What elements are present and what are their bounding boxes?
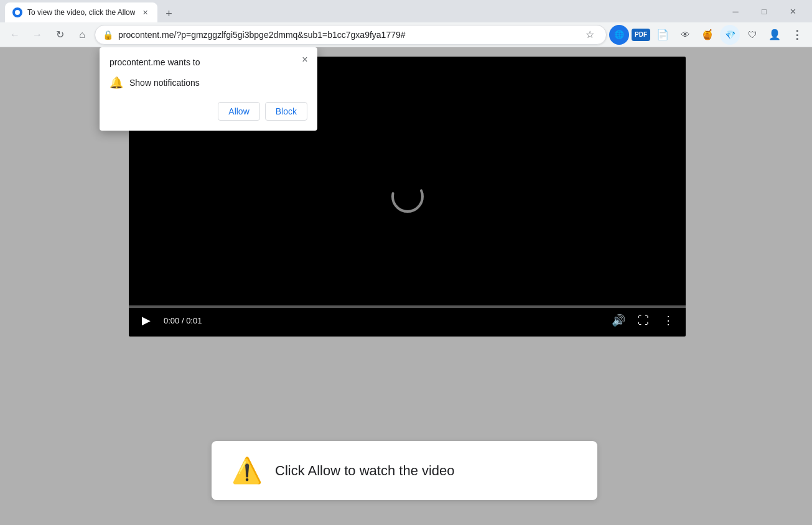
- chrome-menu-button[interactable]: ⋮: [787, 25, 807, 45]
- active-tab[interactable]: To view the video, click the Allow ✕: [5, 2, 157, 22]
- profile-icon[interactable]: 👤: [765, 25, 785, 45]
- fullscreen-button[interactable]: ⛶: [633, 310, 653, 330]
- bookmark-icon[interactable]: ☆: [581, 26, 599, 44]
- minimize-button[interactable]: ─: [721, 0, 750, 22]
- tab-strip: To view the video, click the Allow ✕ +: [5, 0, 716, 22]
- window-controls: ─ □ ✕: [721, 0, 807, 22]
- blue-extension-icon[interactable]: 💎: [720, 25, 740, 45]
- mute-button[interactable]: 🔊: [609, 310, 628, 330]
- eye-extension-icon[interactable]: 👁: [675, 25, 695, 45]
- pdf-extension-icon[interactable]: PDF: [632, 29, 650, 41]
- lock-icon: 🔒: [103, 30, 113, 40]
- notification-permission-popup: × procontent.me wants to 🔔 Show notifica…: [100, 47, 317, 131]
- url-text: procontent.me/?p=gmzggzlfgi5gi3bpge2dmmq…: [118, 30, 576, 40]
- svg-point-0: [15, 10, 20, 15]
- popup-close-button[interactable]: ×: [299, 53, 311, 66]
- block-button[interactable]: Block: [265, 102, 307, 121]
- play-button[interactable]: ▶: [136, 310, 156, 330]
- tab-close-button[interactable]: ✕: [140, 7, 150, 17]
- video-progress-bar[interactable]: [129, 305, 686, 308]
- controls-row: ▶ 0:00 / 0:01 🔊 ⛶ ⋮: [129, 308, 686, 333]
- address-bar[interactable]: 🔒 procontent.me/?p=gmzggzlfgi5gi3bpge2dm…: [95, 25, 607, 45]
- close-button[interactable]: ✕: [778, 0, 807, 22]
- title-bar: To view the video, click the Allow ✕ + ─…: [0, 0, 812, 22]
- tab-favicon: [12, 7, 22, 17]
- toolbar-extension-icons: 🌐 PDF 📄 👁 🍯 💎 🛡 👤 ⋮: [609, 25, 807, 45]
- time-display: 0:00 / 0:01: [164, 316, 202, 325]
- popup-button-group: Allow Block: [110, 102, 307, 121]
- warning-text: Click Allow to watch the video: [275, 463, 455, 479]
- chrome-window: To view the video, click the Allow ✕ + ─…: [0, 0, 812, 525]
- home-button[interactable]: ⌂: [72, 25, 92, 45]
- popup-permission-row: 🔔 Show notifications: [110, 76, 307, 90]
- bell-icon: 🔔: [110, 76, 123, 90]
- browser-toolbar: ← → ↻ ⌂ 🔒 procontent.me/?p=gmzggzlfgi5gi…: [0, 22, 812, 47]
- forward-button[interactable]: →: [27, 25, 47, 45]
- reload-button[interactable]: ↻: [50, 25, 70, 45]
- file-extension-icon[interactable]: 📄: [653, 25, 673, 45]
- warning-box: ⚠️ Click Allow to watch the video: [212, 441, 597, 500]
- privacy-extension-icon[interactable]: 🛡: [742, 25, 762, 45]
- back-button[interactable]: ←: [5, 25, 25, 45]
- svg-point-1: [393, 182, 422, 211]
- loading-spinner: [389, 178, 426, 215]
- globe-extension-icon[interactable]: 🌐: [609, 25, 629, 45]
- warning-icon: ⚠️: [231, 456, 263, 485]
- permission-text: Show notifications: [129, 78, 200, 88]
- tab-title: To view the video, click the Allow: [27, 8, 135, 17]
- more-options-button[interactable]: ⋮: [658, 310, 678, 330]
- honey-extension-icon[interactable]: 🍯: [698, 25, 717, 45]
- maximize-button[interactable]: □: [750, 0, 778, 22]
- video-controls: ▶ 0:00 / 0:01 🔊 ⛶ ⋮: [129, 305, 686, 337]
- popup-title: procontent.me wants to: [110, 57, 307, 67]
- allow-button[interactable]: Allow: [218, 102, 259, 121]
- page-content: × procontent.me wants to 🔔 Show notifica…: [0, 47, 812, 525]
- new-tab-button[interactable]: +: [160, 5, 177, 22]
